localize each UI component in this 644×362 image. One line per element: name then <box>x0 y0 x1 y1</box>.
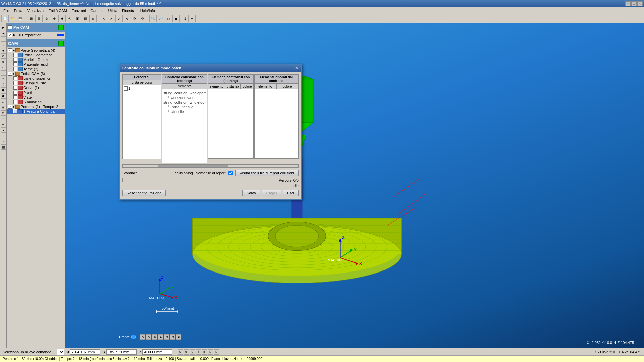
tb10[interactable]: ▤ <box>82 15 89 22</box>
mg-check[interactable] <box>13 58 17 62</box>
tree-percorsi-group[interactable]: ▶ Percorsi (1) - Tempo: 2 <box>7 104 65 109</box>
percorso-row-1[interactable]: 1 <box>123 86 160 91</box>
menu-item-help-info[interactable]: Help/Info <box>138 8 157 13</box>
command-dropdown[interactable] <box>57 349 64 355</box>
x-input[interactable] <box>70 349 100 355</box>
precam-check[interactable]: ✓ <box>8 25 12 29</box>
scrollbar-thumb[interactable] <box>158 165 228 167</box>
status-btn-4[interactable]: ◈ <box>196 349 201 355</box>
terne-check[interactable] <box>13 67 17 71</box>
status-btn-1[interactable]: ⊕ <box>178 349 183 355</box>
maximize-button[interactable]: □ <box>631 1 637 6</box>
status-btn-7[interactable]: ⊟ <box>214 349 219 355</box>
tree-punti[interactable]: Punti <box>7 90 65 95</box>
lt-btn-20[interactable]: ▪ <box>1 133 6 138</box>
zoom-in[interactable]: + <box>188 15 196 22</box>
tb17[interactable]: ⟲ <box>139 15 146 22</box>
tb11[interactable]: ◈ <box>89 15 97 22</box>
status-btn-5[interactable]: ⊞ <box>202 349 207 355</box>
new-btn[interactable]: 📄 <box>1 15 9 22</box>
gl-check[interactable] <box>13 81 17 85</box>
minimize-button[interactable]: − <box>625 1 631 6</box>
menu-item-file[interactable]: File <box>1 8 11 13</box>
lt-btn-7[interactable]: ⊗ <box>1 59 6 64</box>
save-btn[interactable]: 💾 <box>17 15 24 22</box>
fc-check[interactable] <box>13 109 17 113</box>
prep-checkbox[interactable] <box>8 33 12 37</box>
tree-wholetool[interactable]: string_collision_wholetool <box>163 100 206 105</box>
open-btn[interactable]: 📂 <box>9 15 16 22</box>
tb20[interactable]: ◻ <box>165 15 172 22</box>
pc-group-check[interactable] <box>8 105 12 109</box>
pg-group-check[interactable] <box>8 48 12 52</box>
menu-item-gamme[interactable]: Gamme <box>88 8 105 13</box>
lt-btn-14[interactable]: ⬠ <box>1 99 6 104</box>
lt-btn-1[interactable]: ▶ <box>1 25 6 30</box>
lt-btn-19[interactable]: ∎ <box>1 127 6 133</box>
menu-item-finestra[interactable]: Finestra <box>120 8 138 13</box>
ec-content[interactable] <box>208 89 254 159</box>
mr-check[interactable] <box>13 62 17 66</box>
lt-btn-13[interactable]: ⬟ <box>1 93 6 99</box>
nome-file-checkbox[interactable] <box>228 171 233 175</box>
tb9[interactable]: ▣ <box>74 15 81 22</box>
sim-check[interactable] <box>13 100 17 104</box>
controllo-tree[interactable]: string_collision_wholepart └ workzone.wn… <box>162 89 207 163</box>
lt-btn-17[interactable]: ≡ <box>1 116 6 121</box>
tb6[interactable]: ⊕ <box>51 15 58 22</box>
tb16[interactable]: ⟳ <box>131 15 138 22</box>
tree-materiale-resid[interactable]: Materiale resid <box>7 62 65 67</box>
visualizza-btn[interactable]: Visualizza il file di report collisioni <box>235 170 299 176</box>
lt-btn-9[interactable]: ✦ <box>1 70 6 76</box>
tree-liste-superfici[interactable]: Liste di superfici <box>7 76 65 81</box>
viste-check[interactable] <box>13 95 17 99</box>
status-btn-6[interactable]: ⊟ <box>208 349 213 355</box>
esegui-button[interactable]: Esegui <box>262 190 282 196</box>
lt-btn-5[interactable]: ◈ <box>1 48 6 53</box>
tb21[interactable]: ◼ <box>172 15 180 22</box>
tree-parte-geometrica[interactable]: Parte Geometrica <box>7 53 65 57</box>
menu-item-visualizza[interactable]: Visualizza <box>25 8 46 13</box>
tree-entita-cam-group[interactable]: ▶ Entità CAM (6) <box>7 71 65 76</box>
ei-content[interactable] <box>254 89 299 159</box>
tb8[interactable]: ◎ <box>66 15 73 22</box>
close-button[interactable]: ✕ <box>637 1 643 6</box>
tree-simulazioni[interactable]: Simulazioni <box>7 100 65 104</box>
tb19[interactable]: 🔎 <box>157 15 164 22</box>
tb15[interactable]: ↘ <box>123 15 130 22</box>
esci-button[interactable]: Esci <box>283 190 299 196</box>
reset-config-button[interactable]: Reset configurazione <box>122 190 166 196</box>
lt-btn-22[interactable]: ⬛ <box>1 144 6 150</box>
tb3[interactable]: ⊞ <box>28 15 35 22</box>
lt-btn-21[interactable]: ▫ <box>1 139 6 144</box>
salva-button[interactable]: Salva <box>242 190 260 196</box>
y-input[interactable] <box>106 349 137 355</box>
tree-curve[interactable]: Curve (1) <box>7 85 65 90</box>
lt-btn-12[interactable]: ⬢ <box>1 87 6 93</box>
curv-check[interactable] <box>13 86 17 90</box>
dialog-title[interactable]: Controllo collisioni in modo batch ✕ <box>120 64 301 72</box>
tree-utensile[interactable]: └ Utensile <box>163 109 206 114</box>
lt-btn-10[interactable]: ✧ <box>1 76 6 81</box>
pg-check[interactable] <box>13 53 17 57</box>
tree-viste[interactable]: Viste <box>7 95 65 100</box>
tb13[interactable]: ↗ <box>108 15 115 22</box>
menu-item-edita[interactable]: Edita <box>12 8 24 13</box>
lt-btn-2[interactable]: ◀ <box>1 31 6 36</box>
status-btn-2[interactable]: ⊗ <box>184 349 189 355</box>
percorso-list[interactable]: 1 <box>122 85 161 159</box>
tb5[interactable]: ⊙ <box>43 15 50 22</box>
tree-terne[interactable]: Terne (2) <box>7 67 65 71</box>
tree-wholepart[interactable]: string_collision_wholepart <box>163 90 206 95</box>
lt-btn-16[interactable]: ⊟ <box>1 110 6 116</box>
menu-item-funzioni[interactable]: Funzioni <box>70 8 88 13</box>
dialog-close-btn[interactable]: ✕ <box>293 66 299 70</box>
tb18[interactable]: 🔍 <box>149 15 157 22</box>
lt-btn-15[interactable]: ⊞ <box>1 105 6 110</box>
tree-workzone[interactable]: └ workzone.wnc <box>163 95 206 100</box>
lt-btn-18[interactable]: ≢ <box>1 122 6 127</box>
row1-check[interactable] <box>124 86 128 90</box>
tree-porta[interactable]: └ Porta utensile <box>163 105 206 109</box>
status-btn-3[interactable]: ⊙ <box>190 349 195 355</box>
tree-parte-geometrica-group[interactable]: ▶ Parte Geometrica (4) <box>7 48 65 53</box>
